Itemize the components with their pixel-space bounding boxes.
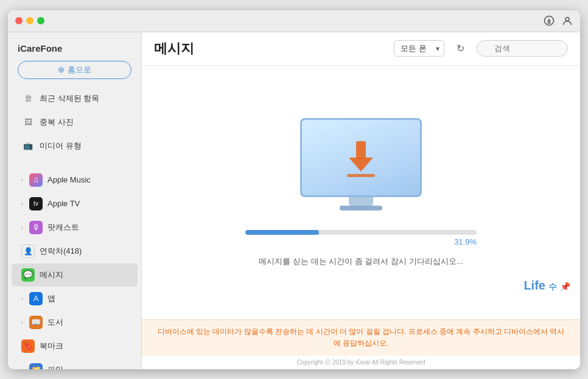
phone-select-wrapper: 모든 폰: [394, 40, 444, 57]
main-content: iCareFone ⊕ 홈으로 🗑 최근 삭제된 항목 🖼 중복 사진 📺: [8, 32, 580, 369]
sidebar-item-books[interactable]: › 📖 도서: [12, 311, 138, 334]
loading-text: 메시지를 싣는 데는 시간이 좀 걸려서 잠시 기다리십시오...: [259, 256, 463, 267]
traffic-lights: [15, 17, 44, 24]
app-logo: iCareFone: [8, 38, 141, 61]
file-icon: 📁: [29, 363, 43, 369]
podcast-icon: 🎙: [29, 221, 43, 234]
sidebar-item-label: 도서: [47, 317, 63, 328]
close-button[interactable]: [15, 17, 23, 24]
media-icon: 📺: [21, 139, 35, 153]
search-wrapper: [477, 40, 568, 57]
sidebar-item-apps[interactable]: › A 앱: [12, 287, 138, 310]
sidebar-item-label: 미디어 유형: [40, 141, 82, 151]
sidebar-item-contacts[interactable]: 👤 연락처(418): [12, 240, 138, 263]
watermark: Life 수 📌: [523, 279, 570, 293]
sidebar-item-label: 중복 사진: [40, 117, 74, 128]
trash-icon: 🗑: [21, 92, 35, 105]
sidebar-item-label: 앱: [47, 293, 55, 304]
chevron-icon: ›: [21, 319, 23, 325]
app-window: iCareFone ⊕ 홈으로 🗑 최근 삭제된 항목 🖼 중복 사진 📺: [8, 10, 580, 369]
chevron-icon: ›: [21, 177, 23, 183]
sidebar: iCareFone ⊕ 홈으로 🗑 최근 삭제된 항목 🖼 중복 사진 📺: [8, 32, 142, 369]
monitor-stand: [349, 197, 373, 206]
progress-label: 31.9%: [245, 237, 477, 246]
progress-bar-container: [245, 230, 477, 235]
phone-select[interactable]: 모든 폰: [394, 40, 444, 57]
sidebar-item-recent-deleted[interactable]: 🗑 최근 삭제된 항목: [12, 87, 138, 110]
search-input[interactable]: [477, 40, 568, 57]
sidebar-item-label: Apple TV: [47, 199, 80, 208]
sidebar-item-label: 최근 삭제된 항목: [40, 93, 99, 104]
titlebar: [8, 10, 580, 32]
copyright-bar: Copyright ⓒ 2019 by iGear All Rights Res…: [142, 356, 580, 369]
user-icon[interactable]: [562, 15, 573, 26]
copyright-text: Copyright ⓒ 2019 by iGear All Rights Res…: [296, 359, 425, 366]
sidebar-item-duplicate-photo[interactable]: 🖼 중복 사진: [12, 111, 138, 134]
book-icon: 📖: [29, 316, 43, 329]
svg-rect-5: [347, 174, 375, 177]
svg-rect-3: [356, 141, 366, 159]
chevron-icon: ›: [21, 296, 23, 302]
bookmark-icon: 🔖: [21, 339, 35, 353]
sidebar-item-label: Apple Music: [47, 175, 91, 184]
progress-bar-fill: [245, 230, 319, 235]
sidebar-utilities: 🗑 최근 삭제된 항목 🖼 중복 사진 📺 미디어 유형: [8, 86, 141, 161]
svg-marker-4: [349, 158, 373, 172]
chevron-icon: ›: [21, 367, 23, 369]
monitor-base: [340, 206, 382, 210]
home-button-label: 홈으로: [68, 64, 91, 75]
contact-icon: 👤: [21, 245, 35, 258]
sidebar-item-label: 파일: [47, 364, 63, 369]
maximize-button[interactable]: [37, 17, 44, 24]
minimize-button[interactable]: [26, 17, 33, 24]
svg-point-2: [565, 18, 569, 21]
sidebar-item-podcast[interactable]: › 🎙 팟캐스트: [12, 216, 138, 239]
panel-body: 31.9% 메시지를 싣는 데는 시간이 좀 걸려서 잠시 기다리십시오... …: [142, 66, 580, 320]
app-icon: A: [29, 292, 43, 305]
chevron-icon: ›: [21, 224, 23, 231]
sidebar-item-apple-music[interactable]: › ♫ Apple Music: [12, 169, 138, 192]
message-icon: 💬: [21, 268, 35, 282]
sidebar-item-label: 북마크: [40, 341, 63, 352]
home-icon: ⊕: [58, 65, 65, 74]
sidebar-item-bookmarks[interactable]: 🔖 북마크: [12, 335, 138, 358]
download-arrow-icon: [340, 136, 382, 179]
panel-header: 메시지 모든 폰 ↻: [142, 32, 580, 66]
home-button[interactable]: ⊕ 홈으로: [18, 61, 131, 79]
refresh-button[interactable]: ↻: [452, 40, 469, 57]
warning-bar: 디바이스에 있는 데이터가 많을수록 전송하는 데 시간이 더 많이 걸릴 겁니…: [142, 319, 580, 355]
sidebar-item-files[interactable]: › 📁 파일: [12, 358, 138, 369]
monitor-screen: [300, 118, 422, 197]
progress-section: 31.9%: [245, 230, 477, 246]
tv-icon: tv: [29, 197, 43, 210]
sidebar-item-label: 연락처(418): [40, 246, 82, 257]
sidebar-item-apple-tv[interactable]: › tv Apple TV: [12, 192, 138, 215]
sidebar-item-label: 메시지: [40, 269, 63, 280]
titlebar-actions: [544, 15, 573, 26]
chevron-icon: ›: [21, 201, 23, 207]
right-panel: 메시지 모든 폰 ↻: [142, 32, 580, 369]
sidebar-apps: › ♫ Apple Music › tv Apple TV › 🎙 팟캐스트: [8, 168, 141, 369]
download-icon[interactable]: [544, 15, 555, 26]
monitor-illustration: [294, 118, 428, 215]
photo-icon: 🖼: [21, 116, 35, 129]
warning-text: 디바이스에 있는 데이터가 많을수록 전송하는 데 시간이 더 많이 걸릴 겁니…: [158, 327, 565, 347]
sidebar-item-messages[interactable]: 💬 메시지: [12, 263, 138, 287]
sidebar-item-label: 팟캐스트: [47, 222, 79, 233]
sidebar-item-media-type[interactable]: 📺 미디어 유형: [12, 134, 138, 158]
page-title: 메시지: [154, 40, 387, 58]
music-icon: ♫: [29, 173, 43, 187]
